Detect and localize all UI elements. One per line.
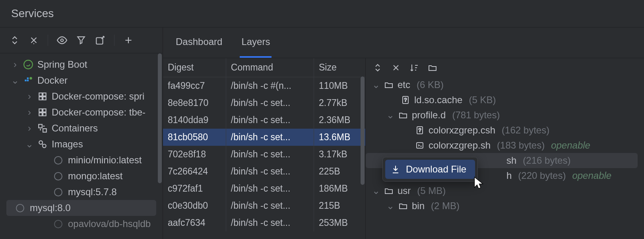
svg-rect-14 <box>43 113 46 116</box>
cell-digest: c0e30db0 <box>163 197 226 214</box>
tree-node-image[interactable]: opavlova/db-hsqldb <box>0 216 163 232</box>
tree-node-containers[interactable]: › Containers <box>0 120 163 136</box>
new-window-icon[interactable] <box>95 35 105 45</box>
tree-label: Images <box>52 139 83 150</box>
svg-rect-16 <box>43 129 47 132</box>
node-size: (5 KB) <box>469 94 496 106</box>
file-unknown-icon: ? <box>415 125 425 135</box>
table-row[interactable]: aafc7634/bin/sh -c set...253MB <box>163 214 365 231</box>
close-icon[interactable] <box>391 63 401 72</box>
node-name: colorxzgrep.sh <box>429 140 491 151</box>
context-download-file[interactable]: Download File <box>385 160 475 179</box>
context-menu[interactable]: Download File <box>382 157 478 182</box>
col-size[interactable]: Size <box>314 58 365 77</box>
folder-node-usr[interactable]: ⌄ usr (5 MB) <box>366 183 644 198</box>
cell-digest: 8e8e8170 <box>163 94 226 112</box>
tree-node-image[interactable]: mysql:5.7.8 <box>0 184 163 200</box>
table-row[interactable]: c0e30db0/bin/sh -c set...215B <box>163 197 365 214</box>
grid-icon <box>37 107 48 118</box>
folder-node-etc[interactable]: ⌄ etc (6 KB) <box>366 77 644 92</box>
tree-node-images[interactable]: ⌄ Images <box>0 136 163 152</box>
left-toolbar <box>0 27 163 53</box>
tree-node-spring-boot[interactable]: › Spring Boot <box>0 57 163 72</box>
terminal-file-icon <box>415 141 425 150</box>
svg-point-17 <box>39 141 43 144</box>
col-digest[interactable]: Digest <box>163 58 226 77</box>
tree-node-docker[interactable]: ⌄ Docker <box>0 72 163 88</box>
node-name: profile.d <box>412 110 446 121</box>
folder-icon <box>398 201 408 211</box>
chevron-down-icon[interactable]: ⌄ <box>11 75 19 86</box>
node-name: h <box>506 170 512 181</box>
table-row[interactable]: 702e8f18/bin/sh -c set...3.17kB <box>163 146 365 163</box>
tree-node-compose[interactable]: › Docker-compose: spri <box>0 88 163 104</box>
svg-rect-7 <box>39 93 42 96</box>
scrollbar[interactable] <box>157 53 163 239</box>
svg-point-2 <box>24 60 33 69</box>
cell-command: /bin/sh -c set... <box>226 180 314 197</box>
table-row[interactable]: 8e8e8170/bin/sh -c set...2.77kB <box>163 94 365 112</box>
expand-collapse-icon[interactable] <box>373 63 382 72</box>
node-name: sh <box>506 155 516 166</box>
docker-icon <box>23 75 33 86</box>
layers-content: Digest Command Size fa499cc7/bin/sh -c #… <box>163 58 644 239</box>
file-node[interactable]: ? ld.so.cache (5 KB) <box>366 92 644 108</box>
cell-size: 13.6MB <box>314 129 365 146</box>
chevron-right-icon[interactable]: › <box>11 59 19 70</box>
spring-icon <box>23 59 33 70</box>
folder-node-profiled[interactable]: ⌄ profile.d (781 bytes) <box>366 108 644 123</box>
table-row[interactable]: 81cb0580/bin/sh -c set...13.6MB <box>163 129 365 146</box>
tree-label: Containers <box>52 123 98 134</box>
tree-label: mysql:5.7.8 <box>68 186 117 198</box>
node-size: (781 bytes) <box>452 110 500 121</box>
filter-icon[interactable] <box>76 35 86 45</box>
tree-node-image[interactable]: minio/minio:latest <box>0 152 163 168</box>
tab-dashboard[interactable]: Dashboard <box>174 27 224 58</box>
svg-text:?: ? <box>404 97 407 103</box>
chevron-down-icon[interactable]: ⌄ <box>386 110 394 121</box>
chevron-down-icon[interactable]: ⌄ <box>25 139 33 150</box>
svg-rect-9 <box>39 97 42 100</box>
table-row[interactable]: fa499cc7/bin/sh -c #(n...110MB <box>163 77 365 95</box>
expand-collapse-icon[interactable] <box>10 35 20 45</box>
sort-icon[interactable] <box>409 63 419 72</box>
tab-layers[interactable]: Layers <box>240 27 272 58</box>
file-node[interactable]: ? colorxzgrep.csh (162 bytes) <box>366 123 644 138</box>
svg-rect-8 <box>43 93 46 96</box>
tree-label: minio/minio:latest <box>68 155 142 166</box>
file-node[interactable]: colorxzgrep.sh (183 bytes) openable <box>366 138 644 153</box>
folder-icon[interactable] <box>428 63 437 72</box>
node-size: (162 bytes) <box>502 125 549 136</box>
chevron-down-icon[interactable]: ⌄ <box>372 79 380 90</box>
col-command[interactable]: Command <box>226 58 314 77</box>
tree-node-compose[interactable]: › Docker-compose: tbe- <box>0 104 163 120</box>
collapse-all-icon[interactable] <box>29 35 39 45</box>
svg-rect-3 <box>25 80 26 81</box>
add-icon[interactable] <box>123 35 134 45</box>
svg-point-6 <box>29 77 32 80</box>
chevron-down-icon[interactable]: ⌄ <box>386 200 394 212</box>
cell-command: /bin/sh -c set... <box>226 197 314 214</box>
chevron-down-icon[interactable]: ⌄ <box>372 185 380 196</box>
file-tree-panel: ⌄ etc (6 KB) ? ld.so.cache (5 KB) ⌄ prof… <box>366 58 644 239</box>
cell-command: /bin/sh -c #(n... <box>226 77 314 95</box>
tree-node-image[interactable]: mongo:latest <box>0 168 163 184</box>
services-tree[interactable]: › Spring Boot ⌄ Docker › Docker-compose:… <box>0 53 163 239</box>
table-row[interactable]: c972faf1/bin/sh -c set...186MB <box>163 180 365 197</box>
chevron-right-icon[interactable]: › <box>25 107 33 118</box>
table-row[interactable]: 8140dda9/bin/sh -c set...2.36MB <box>163 112 365 129</box>
svg-rect-13 <box>39 113 42 116</box>
scrollbar[interactable] <box>360 58 365 239</box>
folder-node-bin[interactable]: ⌄ bin (2 MB) <box>366 198 644 214</box>
svg-text:?: ? <box>419 127 421 133</box>
tree-node-image-selected[interactable]: mysql:8.0 <box>6 200 156 216</box>
cell-digest: c972faf1 <box>163 180 226 197</box>
download-icon <box>391 165 400 174</box>
chevron-right-icon[interactable]: › <box>25 91 33 102</box>
cell-digest: aafc7634 <box>163 214 226 231</box>
eye-icon[interactable] <box>57 35 67 45</box>
tree-label: mongo:latest <box>68 170 122 182</box>
chevron-right-icon[interactable]: › <box>25 123 33 134</box>
table-row[interactable]: 7c266424/bin/sh -c set...225B <box>163 163 365 180</box>
file-tree[interactable]: ⌄ etc (6 KB) ? ld.so.cache (5 KB) ⌄ prof… <box>366 77 644 239</box>
